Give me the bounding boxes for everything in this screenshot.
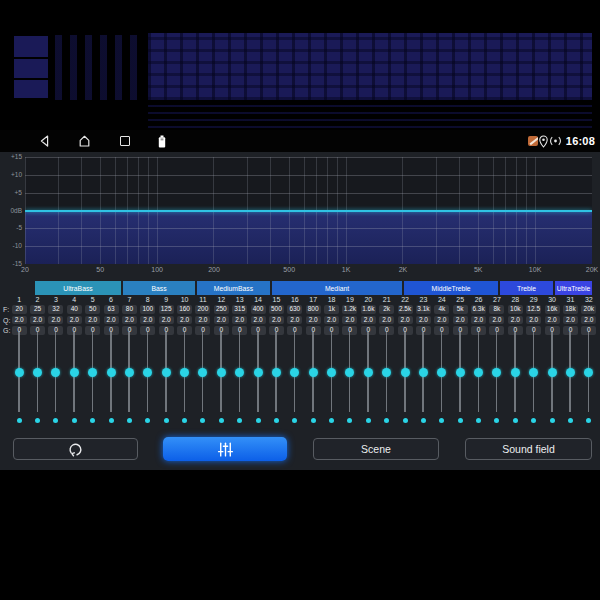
slider-thumb[interactable] — [492, 368, 501, 377]
reset-button[interactable] — [13, 438, 138, 460]
eq-band-slider[interactable] — [525, 332, 543, 426]
eq-band-slider[interactable] — [120, 332, 138, 426]
eq-band-slider[interactable] — [249, 332, 267, 426]
slider-thumb[interactable] — [364, 368, 373, 377]
q-factor-value: 2.0 — [232, 316, 247, 325]
q-factor: 2.0 — [286, 316, 304, 325]
slider-thumb[interactable] — [88, 368, 97, 377]
slider-thumb[interactable] — [51, 368, 60, 377]
slider-thumb[interactable] — [272, 368, 281, 377]
slider-thumb[interactable] — [162, 368, 171, 377]
slider-thumb[interactable] — [327, 368, 336, 377]
eq-band-slider[interactable] — [65, 332, 83, 426]
eq-sliders — [10, 332, 598, 426]
eq-band-slider[interactable] — [28, 332, 46, 426]
slider-thumb[interactable] — [401, 368, 410, 377]
q-factor-value: 2.0 — [545, 316, 560, 325]
slider-thumb[interactable] — [548, 368, 557, 377]
slider-thumb[interactable] — [33, 368, 42, 377]
eq-band-slider[interactable] — [212, 332, 230, 426]
eq-band-slider[interactable] — [414, 332, 432, 426]
eq-band-slider[interactable] — [139, 332, 157, 426]
slider-thumb[interactable] — [15, 368, 24, 377]
eq-band-slider[interactable] — [102, 332, 120, 426]
slider-thumb[interactable] — [511, 368, 520, 377]
q-factor: 2.0 — [396, 316, 414, 325]
frequency: 125 — [157, 305, 175, 314]
eq-band-slider[interactable] — [580, 332, 598, 426]
eq-band-slider[interactable] — [194, 332, 212, 426]
eq-band-slider[interactable] — [267, 332, 285, 426]
eq-band-slider[interactable] — [322, 332, 340, 426]
sound-field-button[interactable]: Sound field — [465, 438, 592, 460]
clock: 16:08 — [566, 130, 595, 152]
slider-thumb[interactable] — [345, 368, 354, 377]
slider-zero-dot — [109, 418, 114, 423]
slider-zero-dot — [476, 418, 481, 423]
slider-thumb[interactable] — [529, 368, 538, 377]
eq-band-slider[interactable] — [561, 332, 579, 426]
slider-thumb[interactable] — [309, 368, 318, 377]
q-factor-value: 2.0 — [140, 316, 155, 325]
eq-band-slider[interactable] — [506, 332, 524, 426]
band-number: 19 — [341, 295, 359, 304]
scene-button[interactable]: Scene — [313, 438, 439, 460]
eq-band-slider[interactable] — [543, 332, 561, 426]
eq-band-slider[interactable] — [488, 332, 506, 426]
slider-zero-dot — [329, 418, 334, 423]
grid-hline — [25, 246, 592, 247]
freq-tick-label: 500 — [283, 265, 295, 274]
battery-icon[interactable] — [155, 130, 169, 152]
recents-icon[interactable] — [118, 130, 132, 152]
slider-thumb[interactable] — [70, 368, 79, 377]
frequency: 50 — [84, 305, 102, 314]
band-number: 32 — [580, 295, 598, 304]
home-icon[interactable] — [77, 130, 91, 152]
slider-thumb[interactable] — [107, 368, 116, 377]
q-factor-value: 2.0 — [453, 316, 468, 325]
eq-band-slider[interactable] — [341, 332, 359, 426]
slider-thumb[interactable] — [217, 368, 226, 377]
eq-band-slider[interactable] — [47, 332, 65, 426]
frequency-value: 4k — [434, 305, 449, 314]
slider-thumb[interactable] — [180, 368, 189, 377]
q-factor-value: 2.0 — [122, 316, 137, 325]
slider-zero-dot — [35, 418, 40, 423]
slider-thumb[interactable] — [584, 368, 593, 377]
slider-thumb[interactable] — [419, 368, 428, 377]
eq-band-slider[interactable] — [10, 332, 28, 426]
slider-thumb[interactable] — [198, 368, 207, 377]
eq-band-slider[interactable] — [433, 332, 451, 426]
equalizer-tab-button[interactable] — [163, 437, 287, 461]
slider-zero-dot — [182, 418, 187, 423]
eq-band-slider[interactable] — [396, 332, 414, 426]
frequency-value: 125 — [159, 305, 174, 314]
slider-thumb[interactable] — [437, 368, 446, 377]
band-number: 6 — [102, 295, 120, 304]
eq-band-slider[interactable] — [469, 332, 487, 426]
slider-thumb[interactable] — [566, 368, 575, 377]
eq-band-slider[interactable] — [359, 332, 377, 426]
eq-band-slider[interactable] — [157, 332, 175, 426]
frequency-value-row: 2025324050638010012516020025031540050063… — [10, 305, 598, 314]
slider-thumb[interactable] — [474, 368, 483, 377]
slider-thumb[interactable] — [125, 368, 134, 377]
slider-thumb[interactable] — [290, 368, 299, 377]
eq-band-slider[interactable] — [451, 332, 469, 426]
slider-thumb[interactable] — [382, 368, 391, 377]
eq-band-slider[interactable] — [175, 332, 193, 426]
slider-thumb[interactable] — [254, 368, 263, 377]
slider-thumb[interactable] — [235, 368, 244, 377]
frequency: 16k — [543, 305, 561, 314]
eq-band-slider[interactable] — [84, 332, 102, 426]
frequency-value: 32 — [48, 305, 63, 314]
artifact-stripes — [55, 35, 145, 100]
q-factor-value: 2.0 — [195, 316, 210, 325]
eq-band-slider[interactable] — [378, 332, 396, 426]
eq-band-slider[interactable] — [304, 332, 322, 426]
slider-thumb[interactable] — [143, 368, 152, 377]
back-icon[interactable] — [37, 130, 51, 152]
eq-band-slider[interactable] — [286, 332, 304, 426]
eq-band-slider[interactable] — [231, 332, 249, 426]
slider-thumb[interactable] — [456, 368, 465, 377]
